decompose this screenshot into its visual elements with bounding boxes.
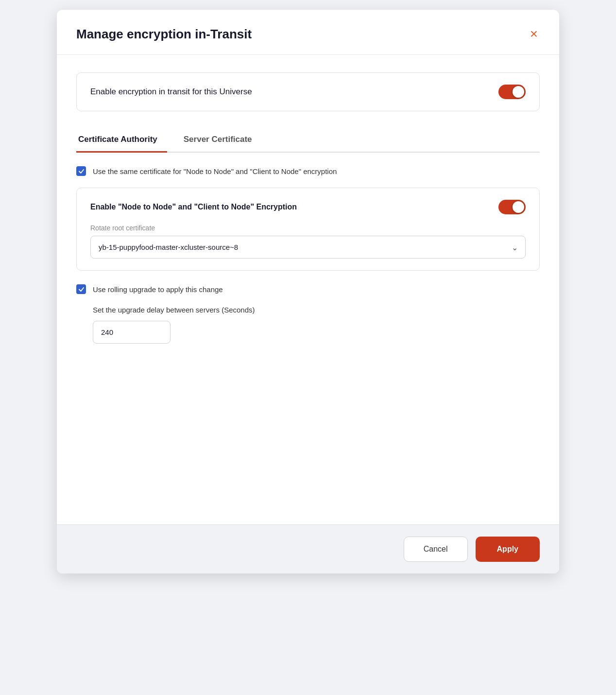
toggle-track <box>498 85 526 99</box>
rolling-upgrade-row: Use rolling upgrade to apply this change <box>76 284 540 294</box>
modal-body: Enable encryption in transit for this Un… <box>57 55 559 524</box>
node-encryption-card: Enable "Node to Node" and "Client to Nod… <box>76 188 540 271</box>
certificate-select-wrapper: yb-15-puppyfood-master-xcluster-source~8… <box>90 236 526 259</box>
rotate-certificate-label: Rotate root certificate <box>90 224 526 232</box>
node-encryption-header: Enable "Node to Node" and "Client to Nod… <box>90 200 526 214</box>
rolling-checkmark-icon <box>78 286 85 293</box>
delay-label: Set the upgrade delay between servers (S… <box>93 306 540 314</box>
enable-encryption-label: Enable encryption in transit for this Un… <box>90 87 252 97</box>
cancel-button[interactable]: Cancel <box>404 537 468 562</box>
delay-input[interactable] <box>93 321 171 344</box>
node-encryption-toggle[interactable] <box>498 200 526 214</box>
manage-encryption-modal: Manage encryption in-Transit × Enable en… <box>57 10 559 573</box>
enable-encryption-section: Enable encryption in transit for this Un… <box>76 72 540 111</box>
tabs-container: Certificate Authority Server Certificate <box>76 129 540 153</box>
tab-server-certificate[interactable]: Server Certificate <box>182 129 262 153</box>
node-toggle-track <box>498 200 526 214</box>
same-certificate-row: Use the same certificate for "Node to No… <box>76 166 540 176</box>
modal-title: Manage encryption in-Transit <box>76 27 252 42</box>
close-button[interactable]: × <box>528 25 540 43</box>
same-certificate-label: Use the same certificate for "Node to No… <box>93 167 337 175</box>
toggle-thumb <box>513 86 524 98</box>
modal-footer: Cancel Apply <box>57 524 559 573</box>
checkmark-icon <box>78 168 85 174</box>
rolling-upgrade-checkbox[interactable] <box>76 284 86 294</box>
modal-header: Manage encryption in-Transit × <box>57 10 559 55</box>
close-icon: × <box>530 26 538 41</box>
rolling-upgrade-label: Use rolling upgrade to apply this change <box>93 285 223 294</box>
tab-certificate-authority[interactable]: Certificate Authority <box>76 129 167 153</box>
node-toggle-thumb <box>513 201 524 213</box>
rolling-upgrade-section: Use rolling upgrade to apply this change… <box>76 284 540 344</box>
same-certificate-checkbox[interactable] <box>76 166 86 176</box>
enable-encryption-toggle[interactable] <box>498 85 526 99</box>
apply-button[interactable]: Apply <box>476 537 540 562</box>
node-encryption-title: Enable "Node to Node" and "Client to Nod… <box>90 203 297 211</box>
certificate-select[interactable]: yb-15-puppyfood-master-xcluster-source~8 <box>90 236 526 259</box>
